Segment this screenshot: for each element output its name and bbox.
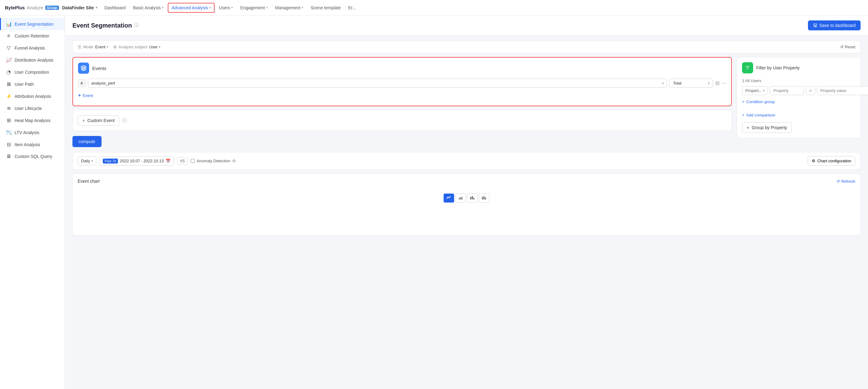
- chart-type-area[interactable]: [455, 193, 466, 203]
- sidebar-item-funnel-analysis[interactable]: ▽ Funnel Analysis: [0, 42, 65, 54]
- property-value-input[interactable]: [817, 86, 868, 95]
- advanced-analysis-chevron: ▾: [209, 6, 211, 9]
- sidebar-item-attribution-analysis[interactable]: ⚡ Attribution Analysis: [0, 90, 65, 102]
- title-info-icon[interactable]: ⓘ: [134, 23, 139, 28]
- chart-type-stacked-bar[interactable]: [479, 193, 489, 203]
- right-panel: Filter by User Property 1 All Users Prop…: [737, 57, 861, 147]
- condition-group-button[interactable]: + Condition group: [742, 98, 855, 105]
- all-users-label: 1 All Users: [742, 78, 855, 83]
- brand-analyze: Analyze: [27, 5, 43, 10]
- user-composition-icon: ◔: [6, 69, 11, 75]
- save-to-dashboard-button[interactable]: 🖫 Save to dashboard: [808, 21, 861, 30]
- mode-value: Event: [95, 44, 105, 49]
- nav-advanced-analysis[interactable]: Advanced Analysis ▾: [168, 3, 215, 13]
- funnel-analysis-icon: ▽: [6, 45, 11, 51]
- svg-rect-13: [485, 197, 486, 198]
- compute-button[interactable]: compute: [72, 136, 101, 147]
- date-range-text: 2022.10.07 - 2022.10.13: [120, 158, 164, 163]
- subject-control: ⊕ Analysis subject User ▾: [113, 44, 161, 49]
- sidebar-item-custom-retention[interactable]: ≡ Custom Retention: [0, 30, 65, 42]
- granularity-chevron: ▾: [91, 159, 93, 162]
- mode-select[interactable]: Event ▾: [95, 44, 108, 49]
- group-plus-icon: +: [747, 125, 749, 130]
- user-lifecycle-icon: ≋: [6, 105, 11, 111]
- anomaly-detection-toggle[interactable]: Anomaly Detection ⚙: [191, 158, 236, 163]
- item-analysis-icon: ⊟: [6, 142, 11, 147]
- time-controls: Daily ▾ Past 7d 2022.10.07 - 2022.10.13 …: [72, 152, 861, 170]
- chart-configuration-button[interactable]: ⚙ Chart configuration: [808, 156, 855, 166]
- svg-rect-9: [482, 197, 483, 198]
- nav-users[interactable]: Users ▾: [216, 3, 236, 12]
- date-range-picker[interactable]: Past 7d 2022.10.07 - 2022.10.13 📅: [99, 156, 174, 166]
- custom-event-area: + Custom Event ⓘ: [72, 110, 732, 131]
- custom-event-plus-icon: +: [82, 118, 85, 123]
- sidebar-item-item-analysis[interactable]: ⊟ Item Analysis: [0, 139, 65, 151]
- site-name: DataFinder Site: [62, 5, 94, 10]
- analysis-area: ☰ Mode Event ▾ ⊕ Analysis subject User ▾: [65, 36, 868, 240]
- event-chevron: ▾: [662, 82, 664, 85]
- sidebar-item-ltv-analysis[interactable]: 📉 LTV Analysis: [0, 126, 65, 139]
- add-event-plus-icon: +: [78, 93, 81, 98]
- more-options-icon[interactable]: ⋯: [721, 80, 726, 86]
- nav-scene-template[interactable]: Scene template: [307, 3, 344, 12]
- sidebar-item-event-segmentation[interactable]: 📊 Event Segmentation: [0, 18, 65, 30]
- nav-basic-analysis[interactable]: Basic Analysis ▾: [130, 3, 166, 12]
- event-name-select[interactable]: analysis_perf ▾: [88, 79, 667, 88]
- sidebar-item-distribution-analysis[interactable]: 📈 Distribution Analysis: [0, 54, 65, 66]
- sidebar-item-heat-map-analysis[interactable]: ⊞ Heat Map Analysis: [0, 114, 65, 126]
- nav-dashboard[interactable]: Dashboard: [101, 3, 129, 12]
- granularity-select[interactable]: Daily ▾: [78, 156, 96, 166]
- main-content: Event Segmentation ⓘ 🖫 Save to dashboard…: [65, 16, 868, 389]
- refresh-button[interactable]: ↺ Refresh: [836, 179, 855, 184]
- mode-chevron: ▾: [107, 45, 108, 49]
- group-by-button[interactable]: + Group by Property: [742, 122, 792, 133]
- custom-event-info-icon[interactable]: ⓘ: [122, 118, 127, 123]
- analysis-panels: Events A analysis_perf ▾ Total ▾: [72, 57, 861, 147]
- add-event-button[interactable]: + Event: [78, 90, 726, 101]
- sidebar-item-user-lifecycle[interactable]: ≋ User Lifecycle: [0, 102, 65, 114]
- anomaly-checkbox[interactable]: [191, 159, 195, 163]
- event-actions[interactable]: ⊟ ⋯: [715, 80, 726, 86]
- property-input[interactable]: [770, 86, 804, 95]
- subject-label: Analysis subject: [119, 44, 147, 49]
- sidebar-item-label: User Path: [14, 82, 34, 87]
- reset-button[interactable]: ↺ Reset: [840, 44, 855, 49]
- calendar-icon: 📅: [165, 158, 170, 163]
- anomaly-settings-icon[interactable]: ⚙: [232, 158, 236, 163]
- custom-retention-icon: ≡: [6, 33, 11, 39]
- chart-type-line[interactable]: [443, 193, 454, 203]
- events-title: Events: [92, 66, 106, 71]
- sidebar-item-label: Funnel Analysis: [14, 46, 45, 51]
- controls-bar: ☰ Mode Event ▾ ⊕ Analysis subject User ▾: [72, 40, 861, 53]
- chart-type-selector: [78, 187, 855, 203]
- sidebar-item-label: Event Segmentation: [14, 22, 54, 27]
- sidebar-item-custom-sql-query[interactable]: 🖥 Custom SQL Query: [0, 151, 65, 162]
- subject-select[interactable]: User ▾: [149, 44, 160, 49]
- chart-type-bar[interactable]: [467, 193, 478, 203]
- custom-event-button[interactable]: + Custom Event: [78, 115, 119, 126]
- filter-rows-icon[interactable]: ⊟: [715, 80, 719, 86]
- nav-er[interactable]: Er...: [345, 3, 359, 12]
- sidebar-item-label: Item Analysis: [14, 142, 40, 147]
- past7d-badge: Past 7d: [103, 158, 118, 163]
- property-type-select[interactable]: Propert... ▾: [742, 86, 768, 95]
- sidebar-item-user-composition[interactable]: ◔ User Composition: [0, 66, 65, 78]
- target-icon: ⊕: [113, 44, 117, 49]
- brand-name: BytePlus: [5, 5, 25, 10]
- sidebar-item-user-path[interactable]: ⊠ User Path: [0, 78, 65, 90]
- filter-box: Filter by User Property 1 All Users Prop…: [737, 57, 861, 138]
- metric-select[interactable]: Total ▾: [670, 79, 713, 88]
- site-dropdown-icon[interactable]: ▾: [96, 6, 97, 9]
- svg-rect-6: [472, 196, 473, 200]
- events-header: Events: [78, 63, 726, 74]
- page-title: Event Segmentation: [72, 22, 132, 29]
- add-comparison-button[interactable]: + Add comparison: [742, 110, 855, 120]
- time-controls-left: Daily ▾ Past 7d 2022.10.07 - 2022.10.13 …: [78, 156, 236, 166]
- nav-management[interactable]: Management ▾: [272, 3, 307, 12]
- attribution-analysis-icon: ⚡: [6, 93, 11, 99]
- app-body: 📊 Event Segmentation ≡ Custom Retention …: [0, 16, 868, 389]
- chart-header: Event chart ↺ Refresh: [78, 179, 855, 184]
- nav-engagement[interactable]: Engagement ▾: [237, 3, 271, 12]
- vs-button[interactable]: VS: [177, 157, 188, 165]
- property-type-chevron: ▾: [763, 89, 765, 92]
